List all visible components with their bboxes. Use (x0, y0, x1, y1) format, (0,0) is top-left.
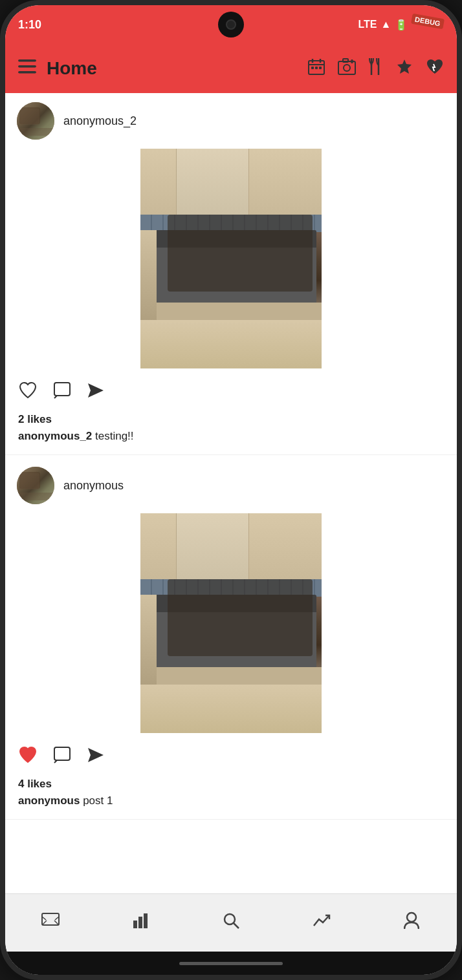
bottom-nav-messages[interactable] (31, 904, 70, 943)
post-2: anonymous (5, 458, 457, 820)
menu-icon[interactable] (18, 59, 36, 78)
post-1-caption-username[interactable]: anonymous_2 (18, 430, 92, 442)
status-time: 1:10 (18, 18, 41, 32)
post-2-caption-text: post 1 (80, 794, 113, 807)
post-1-like-button[interactable] (18, 381, 38, 404)
phone-screen: 1:10 LTE ▲ 🔋 DEBUG Home (5, 5, 457, 975)
post-2-caption-username[interactable]: anonymous (18, 794, 80, 807)
feed: anonymous_2 (5, 93, 457, 893)
bottom-nav-profile[interactable] (392, 904, 431, 943)
svg-rect-21 (54, 747, 70, 760)
stats-icon (131, 911, 149, 934)
post-1-share-button[interactable] (87, 382, 105, 403)
svg-rect-2 (18, 71, 36, 74)
messages-icon (41, 911, 60, 934)
post-1-image-container (5, 149, 457, 375)
debug-badge: DEBUG (411, 14, 445, 29)
broken-heart-icon[interactable] (426, 58, 444, 79)
add-photo-icon[interactable] (338, 58, 356, 79)
svg-point-31 (225, 914, 235, 924)
post-2-image-container (5, 513, 457, 740)
post-1-comment-button[interactable] (53, 381, 71, 404)
svg-rect-8 (315, 67, 318, 69)
post-1: anonymous_2 (5, 93, 457, 455)
trending-icon (313, 913, 331, 933)
status-right: LTE ▲ 🔋 DEBUG (358, 19, 444, 31)
bottom-nav-search[interactable] (212, 904, 250, 943)
svg-rect-7 (311, 67, 314, 69)
post-1-actions (5, 375, 457, 410)
post-2-avatar[interactable] (17, 467, 54, 504)
page-title: Home (47, 58, 308, 79)
camera-notch (218, 12, 244, 37)
bottom-nav (5, 893, 457, 952)
utensils-icon[interactable] (369, 58, 383, 80)
post-2-share-button[interactable] (87, 747, 105, 768)
svg-rect-1 (18, 65, 36, 68)
svg-rect-30 (144, 913, 148, 928)
post-2-actions (5, 740, 457, 775)
svg-line-26 (42, 921, 47, 925)
svg-marker-18 (397, 59, 412, 74)
status-bar: 1:10 LTE ▲ 🔋 DEBUG (5, 5, 457, 44)
post-2-header: anonymous (5, 458, 457, 513)
svg-rect-0 (18, 59, 36, 62)
post-2-like-button[interactable] (18, 746, 38, 769)
search-icon (222, 911, 240, 934)
svg-rect-9 (319, 67, 322, 69)
post-1-image[interactable] (140, 149, 322, 368)
post-2-comment-button[interactable] (53, 746, 71, 769)
post-1-header: anonymous_2 (5, 93, 457, 149)
svg-point-33 (407, 913, 416, 922)
nav-icons (308, 58, 444, 80)
post-1-avatar[interactable] (17, 102, 54, 140)
bottom-nav-stats[interactable] (121, 904, 160, 943)
post-2-image[interactable] (140, 513, 322, 733)
post-1-avatar-image (17, 102, 54, 140)
battery-icon: 🔋 (395, 19, 408, 31)
svg-rect-19 (54, 383, 70, 396)
camera-sensor (226, 19, 236, 30)
svg-rect-29 (138, 917, 142, 928)
post-2-likes: 4 likes (5, 775, 457, 793)
home-indicator (5, 952, 457, 975)
top-nav: Home (5, 44, 457, 93)
calendar-icon[interactable] (308, 58, 325, 79)
post-1-caption-text: testing!! (92, 430, 133, 442)
svg-point-11 (344, 65, 350, 71)
post-1-username[interactable]: anonymous_2 (63, 114, 137, 128)
svg-marker-22 (88, 748, 104, 762)
svg-rect-12 (343, 59, 348, 62)
svg-marker-20 (88, 383, 104, 398)
signal-icon: ▲ (380, 19, 391, 30)
post-1-caption: anonymous_2 testing!! (5, 429, 457, 448)
post-2-username[interactable]: anonymous (63, 479, 124, 493)
post-1-likes: 2 likes (5, 410, 457, 429)
svg-line-32 (234, 923, 239, 928)
post-2-avatar-image (17, 467, 54, 504)
post-2-caption: anonymous post 1 (5, 793, 457, 813)
svg-line-27 (54, 921, 59, 925)
star-icon[interactable] (396, 58, 413, 79)
svg-rect-28 (133, 921, 137, 928)
home-bar (179, 962, 283, 965)
profile-icon (404, 911, 419, 934)
phone-frame: 1:10 LTE ▲ 🔋 DEBUG Home (0, 0, 462, 980)
bottom-nav-trending[interactable] (302, 904, 341, 943)
network-indicator: LTE (358, 19, 377, 30)
